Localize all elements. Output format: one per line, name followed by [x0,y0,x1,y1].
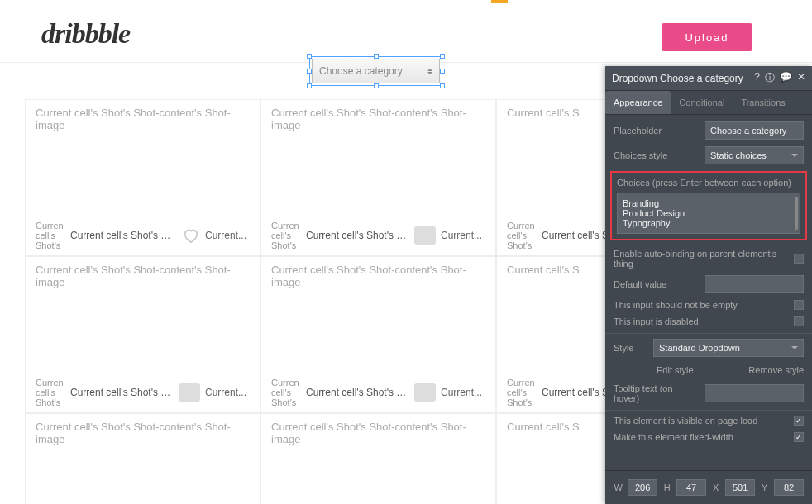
likes-count: Current... [205,387,251,398]
autobind-checkbox[interactable] [794,254,804,264]
tooltip-input[interactable] [705,384,804,402]
style-select[interactable]: Standard Dropdown [653,339,804,357]
chevron-down-icon [791,154,798,157]
dim-h-label: H [662,483,671,492]
disabled-checkbox[interactable] [794,316,804,326]
style-label: Style [614,343,647,353]
dim-x-label: X [711,483,720,492]
likes-count: Current... [441,230,487,241]
choices-textarea[interactable]: Branding Product Design Typography [617,193,800,234]
like-chip-icon[interactable] [414,226,436,245]
canvas-dropdown-selection[interactable]: Choose a category [309,56,442,86]
shot-label: Curren cell's Shot's [507,221,537,250]
divider [605,410,812,411]
shot-creator: Current cell's Shot's Cr... [70,387,174,398]
shot-card: Current cell's Shot's Shot-content's Sho… [25,413,260,504]
shot-image-placeholder: Current cell's Shot's Shot-content's Sho… [26,257,260,295]
properties-panel: Dropdown Choose a category ? ⓘ 💬 ✕ Appea… [605,66,812,504]
shot-label: Curren cell's Shot's [271,378,301,407]
shot-image-placeholder: Current cell's Shot's Shot-content's Sho… [26,100,260,138]
tab-conditional[interactable]: Conditional [671,91,733,114]
shot-creator: Current cell's Shot's Cr... [306,230,409,241]
panel-tabs: Appearance Conditional Transitions [605,91,812,115]
likes-count: Current... [441,387,487,398]
resize-handle[interactable] [440,54,445,59]
fixed-checkbox[interactable] [794,432,804,442]
header: dribbble Upload [0,0,812,63]
placeholder-input[interactable] [705,121,804,140]
panel-title: Dropdown Choose a category [612,73,754,84]
category-dropdown[interactable]: Choose a category [312,59,440,83]
edit-style-link[interactable]: Edit style [657,365,694,375]
likes-count: Current... [205,230,251,241]
choices-style-label: Choices style [614,150,698,160]
close-icon[interactable]: ✕ [797,71,805,85]
shot-label: Curren cell's Shot's [36,221,65,250]
dropdown-placeholder: Choose a category [319,65,403,77]
dropdown-caret-icon [427,69,432,74]
resize-handle[interactable] [374,54,379,59]
upload-button[interactable]: Upload [662,23,752,51]
resize-handle[interactable] [440,83,445,88]
shot-image-placeholder: Current cell's Shot's Shot-content's Sho… [261,257,495,295]
fixed-label: Make this element fixed-width [614,432,787,442]
autobind-label: Enable auto-binding on parent element's … [614,249,787,269]
resize-handle[interactable] [307,83,312,88]
shot-creator: Current cell's Shot's Cr... [306,387,409,398]
dim-x-input[interactable]: 501 [725,479,755,496]
default-input[interactable] [705,275,804,293]
shot-card: Current cell's Shot's Shot-content's Sho… [260,256,496,413]
resize-handle[interactable] [374,83,379,88]
dim-y-label: Y [760,483,769,492]
dim-w-label: W [614,483,623,492]
shot-label: Curren cell's Shot's [507,378,537,407]
resize-handle[interactable] [307,69,312,74]
dimensions-bar: W 206 H 47 X 501 Y 82 [605,470,812,504]
shot-image-placeholder: Current cell's Shot's Shot-content's Sho… [261,414,495,452]
visible-checkbox[interactable] [794,416,804,426]
shot-creator: Current cell's Shot's Cr... [70,230,177,241]
logo: dribbble [41,18,130,50]
like-chip-icon[interactable] [179,383,200,402]
dim-y-input[interactable]: 82 [774,479,804,496]
dim-h-input[interactable]: 47 [676,479,706,496]
tooltip-label: Tooltip text (on hover) [614,383,698,403]
choices-label: Choices (press Enter between each option… [617,178,800,188]
divider [605,333,812,334]
shot-card: Current cell's Shot's Shot-content's Sho… [260,413,496,504]
dim-w-input[interactable]: 206 [628,479,657,496]
resize-handle[interactable] [307,54,312,59]
choices-highlight: Choices (press Enter between each option… [610,171,807,240]
visible-label: This element is visible on page load [614,416,787,426]
disabled-label: This input is disabled [614,316,787,326]
heart-icon[interactable] [182,226,200,245]
info-icon[interactable]: ⓘ [765,71,775,85]
not-empty-checkbox[interactable] [794,300,804,310]
comment-icon[interactable]: 💬 [780,71,792,85]
panel-body: Placeholder Choices style Static choices… [605,115,812,455]
like-chip-icon[interactable] [414,383,436,402]
shot-label: Curren cell's Shot's [271,221,301,250]
default-label: Default value [614,279,698,289]
shot-image-placeholder: Current cell's Shot's Shot-content's Sho… [26,414,260,452]
remove-style-link[interactable]: Remove style [748,365,804,375]
shot-card: Current cell's Shot's Shot-content's Sho… [25,99,260,256]
panel-header: Dropdown Choose a category ? ⓘ 💬 ✕ [605,66,812,91]
shot-label: Curren cell's Shot's [36,378,65,407]
shot-card: Current cell's Shot's Shot-content's Sho… [260,99,496,256]
shot-image-placeholder: Current cell's Shot's Shot-content's Sho… [261,100,495,138]
choices-style-select[interactable]: Static choices [705,146,804,164]
help-icon[interactable]: ? [754,71,760,85]
resize-handle[interactable] [440,69,445,74]
chevron-down-icon [791,346,798,349]
shot-card: Current cell's Shot's Shot-content's Sho… [25,256,260,413]
placeholder-label: Placeholder [614,126,698,136]
tab-transitions[interactable]: Transitions [733,91,793,114]
tab-appearance[interactable]: Appearance [605,91,671,114]
not-empty-label: This input should not be empty [614,300,787,310]
